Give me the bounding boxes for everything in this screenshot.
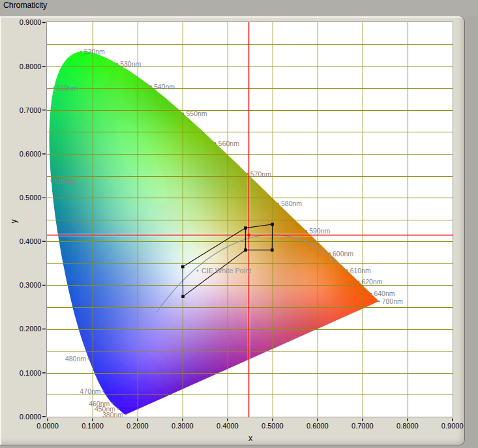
svg-text:550nm: 550nm [187,110,207,117]
svg-text:560nm: 560nm [218,140,239,147]
svg-text:0.6000: 0.6000 [20,150,42,158]
svg-text:0.2000: 0.2000 [127,422,149,430]
svg-text:590nm: 590nm [309,227,330,235]
svg-text:500nm: 500nm [54,177,75,185]
svg-text:0.7000: 0.7000 [351,422,374,430]
svg-text:0.9000: 0.9000 [441,422,464,430]
svg-text:0.5000: 0.5000 [20,194,42,202]
svg-text:520nm: 520nm [84,48,105,55]
svg-text:610nm: 610nm [350,267,371,275]
svg-text:0.2000: 0.2000 [20,325,42,333]
svg-text:0.7000: 0.7000 [20,106,42,114]
svg-text:0.4000: 0.4000 [217,422,239,430]
svg-text:0.3000: 0.3000 [20,281,42,289]
svg-text:0.9000: 0.9000 [20,18,42,26]
svg-text:0.8000: 0.8000 [396,422,419,430]
svg-text:570nm: 570nm [250,170,271,178]
svg-text:600nm: 600nm [333,250,353,258]
svg-text:CIE White Point: CIE White Point [202,267,251,275]
svg-text:580nm: 580nm [281,200,302,207]
svg-text:380nm: 380nm [102,411,123,419]
svg-text:540nm: 540nm [154,83,175,91]
svg-text:0.6000: 0.6000 [306,422,329,430]
svg-text:0.8000: 0.8000 [20,63,42,70]
svg-text:x: x [248,434,253,443]
svg-text:y: y [9,219,18,224]
svg-text:470nm: 470nm [80,387,100,395]
svg-text:480nm: 480nm [65,355,86,363]
svg-text:0.3000: 0.3000 [172,422,194,430]
svg-text:0.5000: 0.5000 [261,422,284,430]
svg-text:0.0000: 0.0000 [20,413,42,421]
svg-text:780nm: 780nm [382,297,403,305]
svg-text:0.1000: 0.1000 [20,369,42,377]
svg-text:640nm: 640nm [374,290,395,297]
svg-text:510nm: 510nm [57,84,78,92]
svg-text:530nm: 530nm [120,60,141,68]
svg-text:620nm: 620nm [361,278,382,286]
svg-text:0.4000: 0.4000 [20,237,42,245]
svg-text:0.1000: 0.1000 [82,422,104,430]
svg-text:0.0000: 0.0000 [37,422,59,430]
